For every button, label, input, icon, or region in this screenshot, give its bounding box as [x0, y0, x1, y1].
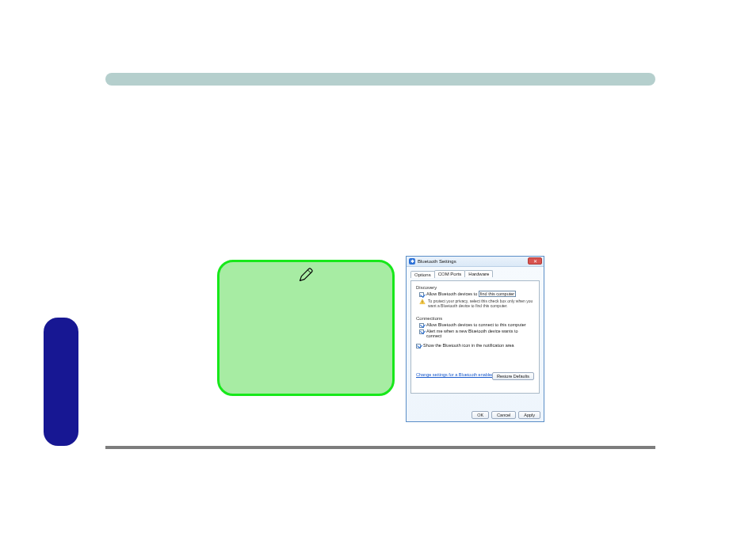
document-page: ✱ Bluetooth Settings ✕ Options COM Ports… — [0, 0, 756, 533]
restore-defaults-button[interactable]: Restore Defaults — [492, 372, 534, 380]
warning-icon — [419, 299, 426, 305]
checkbox-allow-connect[interactable] — [419, 323, 424, 328]
checkbox-alert-new[interactable] — [419, 329, 424, 334]
svg-rect-2 — [422, 303, 423, 303]
apply-button[interactable]: Apply — [518, 411, 540, 419]
checkbox-allow-discovery[interactable] — [419, 292, 424, 297]
tab-bar: Options COM Ports Hardware — [410, 270, 540, 277]
show-tray-icon-text: Show the Bluetooth icon in the notificat… — [423, 343, 514, 348]
discovery-allow-pre: Allow Bluetooth devices to — [426, 291, 477, 296]
tab-com-label: COM Ports — [438, 272, 462, 276]
discovery-allow-text: Allow Bluetooth devices to find this com… — [426, 291, 516, 296]
tab-hardware-label: Hardware — [468, 272, 489, 276]
discovery-warning-text: To protect your privacy, select this che… — [428, 299, 534, 309]
connections-alert-row[interactable]: Alert me when a new Bluetooth device wan… — [419, 329, 534, 338]
bluetooth-icon: ✱ — [409, 258, 415, 265]
close-button[interactable]: ✕ — [528, 257, 542, 265]
svg-rect-1 — [422, 301, 423, 303]
side-tab — [44, 318, 78, 446]
ok-button[interactable]: OK — [472, 411, 489, 419]
tab-options-label: Options — [414, 272, 431, 277]
group-label-discovery: Discovery — [416, 285, 534, 290]
group-label-connections: Connections — [416, 316, 534, 321]
dialog-button-row: OK Cancel Apply — [472, 411, 540, 419]
bluetooth-settings-window: ✱ Bluetooth Settings ✕ Options COM Ports… — [406, 256, 544, 422]
section-header-bar — [105, 73, 655, 86]
show-tray-icon-row[interactable]: Show the Bluetooth icon in the notificat… — [416, 343, 534, 348]
dialog-titlebar: ✱ Bluetooth Settings ✕ — [407, 257, 544, 267]
checkbox-show-tray-icon[interactable] — [416, 344, 421, 348]
horizontal-rule — [105, 446, 655, 449]
connections-allow-text: Allow Bluetooth devices to connect to th… — [426, 322, 526, 327]
cancel-button[interactable]: Cancel — [491, 411, 516, 419]
tab-com-ports[interactable]: COM Ports — [434, 270, 466, 277]
connections-alert-text: Alert me when a new Bluetooth device wan… — [426, 329, 534, 338]
discovery-allow-boxed: find this computer — [479, 291, 516, 297]
connections-allow-row[interactable]: Allow Bluetooth devices to connect to th… — [419, 322, 534, 328]
tab-options[interactable]: Options — [410, 271, 435, 278]
discovery-allow-row[interactable]: Allow Bluetooth devices to find this com… — [419, 291, 534, 297]
pen-icon — [298, 267, 314, 283]
svg-line-0 — [307, 270, 311, 273]
tab-hardware[interactable]: Hardware — [464, 270, 493, 277]
dialog-body: Options COM Ports Hardware Discovery All… — [407, 267, 544, 421]
dialog-title: Bluetooth Settings — [418, 259, 456, 264]
discovery-warning: To protect your privacy, select this che… — [419, 299, 534, 309]
options-panel: Discovery Allow Bluetooth devices to fin… — [410, 280, 540, 394]
note-box — [217, 260, 395, 396]
